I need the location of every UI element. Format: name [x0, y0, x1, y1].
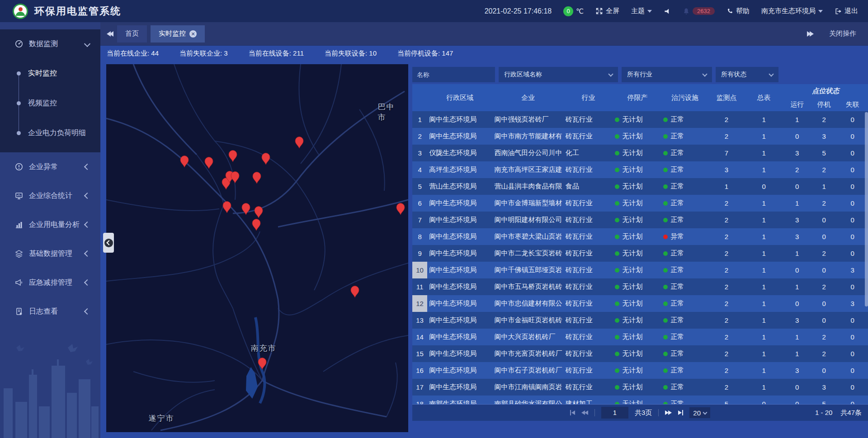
map-pin-icon[interactable] [222, 201, 231, 213]
org-dropdown[interactable]: 南充市生态环境局 [761, 7, 823, 15]
map-pin-icon[interactable] [396, 203, 405, 215]
sidebar-item[interactable]: 日志查看 [0, 297, 100, 326]
fullscreen-button[interactable]: 全屏 [595, 7, 619, 15]
cell-index: 5 [412, 178, 427, 195]
cell-region: 阆中生态环境局 [427, 383, 492, 391]
page-size-select[interactable]: 20 [689, 407, 710, 418]
cell-plan: 无计划 [613, 232, 661, 241]
table-row[interactable]: 11阆中生态环境局阆中市五马桥页岩机砖砖瓦行业无计划正常21120 [412, 278, 868, 295]
map-pin-icon[interactable] [350, 286, 359, 298]
map-pin-icon[interactable] [252, 219, 261, 231]
sidebar: 数据监测实时监控视频监控企业电力负荷明细企业异常企业综合统计企业用电量分析基础数… [0, 22, 100, 438]
cell-plan: 无计划 [613, 316, 661, 325]
table-row[interactable]: 1阆中生态环境局阆中强锐页岩砖厂砖瓦行业无计划正常21120 [412, 111, 868, 128]
tab-首页[interactable]: 首页 [117, 25, 147, 42]
close-icon[interactable]: ✕ [189, 30, 197, 38]
map-pin-icon[interactable] [228, 150, 237, 162]
table-row[interactable]: 9阆中生态环境局阆中市二龙长宝页岩砖砖瓦行业无计划正常21120 [412, 245, 868, 262]
tabs-scroll-left-button[interactable] [107, 31, 113, 37]
close-operations-button[interactable]: 关闭操作 [829, 29, 856, 38]
sidebar-subitem[interactable]: 视频监控 [0, 88, 100, 118]
theme-dropdown[interactable]: 主题 [631, 7, 652, 15]
industry-filter-select[interactable]: 所有行业 [622, 67, 712, 82]
help-button[interactable]: 帮助 [726, 7, 750, 15]
map-pin-icon[interactable] [231, 171, 240, 184]
cell-company: 阆中市五马桥页岩机砖 [492, 283, 563, 291]
table-row[interactable]: 3仪陇生态环境局西南油气田分公司川中化工无计划正常71350 [412, 145, 868, 161]
sidebar-item[interactable]: 企业用电量分析 [0, 210, 100, 239]
col-header[interactable]: 总表 [745, 94, 783, 102]
cell-index: 16 [412, 362, 427, 379]
name-filter-input[interactable] [412, 67, 495, 82]
table-row[interactable]: 10阆中生态环境局阆中千佛镇五郎垭页岩砖瓦行业无计划正常21003 [412, 262, 868, 278]
sidebar-item-label: 企业综合统计 [29, 191, 72, 201]
cell-industry: 砖瓦行业 [564, 216, 613, 224]
sidebar-item[interactable]: 企业异常 [0, 152, 100, 181]
status-dot [663, 335, 668, 339]
table-row[interactable]: 8阆中生态环境局阆中市枣碧大梁山页岩砖瓦行业无计划异常21300 [412, 228, 868, 245]
cell-industry: 砖瓦行业 [564, 115, 613, 124]
cell-region: 阆中生态环境局 [427, 216, 492, 224]
col-subheader[interactable]: 停机 [811, 100, 837, 109]
cell-facility: 正常 [661, 149, 708, 157]
col-header[interactable]: 监测点 [708, 94, 745, 102]
table-row[interactable]: 5营山生态环境局营山县润丰肉食品有限食品无计划正常10010 [412, 178, 868, 195]
cell-industry: 砖瓦行业 [564, 299, 613, 308]
table-row[interactable]: 6阆中生态环境局阆中市金博瑞新型墙材砖瓦行业无计划正常21120 [412, 195, 868, 212]
table-row[interactable]: 14阆中生态环境局阆中大兴页岩机砖厂砖瓦行业无计划正常21120 [412, 329, 868, 345]
table-row[interactable]: 16阆中生态环境局阆中市石子页岩机砖厂砖瓦行业无计划正常21300 [412, 362, 868, 379]
tabs-scroll-right-button[interactable] [807, 31, 814, 37]
col-header[interactable]: 企业 [492, 94, 563, 102]
col-subheader[interactable]: 运行 [783, 100, 811, 109]
map-pin-icon[interactable] [261, 153, 270, 165]
col-header[interactable]: 治污设施 [661, 94, 708, 102]
map-pin-icon[interactable] [258, 358, 267, 370]
col-header[interactable]: 行业 [564, 94, 613, 102]
tab-实时监控[interactable]: 实时监控✕ [151, 25, 205, 42]
cell-company: 阆中市石子页岩机砖厂 [492, 366, 563, 375]
scrollbar-thumb[interactable] [865, 112, 868, 306]
table-row[interactable]: 18南部生态环境局南部县砂华水泥有限公建材加工无计划正常50050 [412, 396, 868, 404]
col-header[interactable]: 停限产 [613, 94, 661, 102]
notifications-button[interactable]: 2632 [683, 7, 715, 15]
region-filter-select[interactable]: 行政区域名称 [499, 67, 618, 82]
col-subheader[interactable]: 失联 [837, 100, 868, 109]
map-pin-icon[interactable] [241, 203, 250, 215]
sidebar-item[interactable]: 基础数据管理 [0, 239, 100, 268]
cell-facility: 正常 [661, 349, 708, 358]
map-pin-icon[interactable] [254, 206, 263, 218]
cell-plan: 无计划 [613, 249, 661, 258]
col-header[interactable]: 行政区域 [427, 94, 492, 102]
map-canvas[interactable]: 巴中市南充市遂宁市 [106, 64, 408, 432]
table-row[interactable]: 2阆中生态环境局阆中市南方节能建材有砖瓦行业无计划正常21030 [412, 128, 868, 145]
cell-stop: 2 [811, 283, 837, 291]
map-roads [106, 64, 408, 432]
status-dot [615, 285, 619, 289]
logout-button[interactable]: 退出 [835, 7, 858, 15]
sidebar-subitem[interactable]: 企业电力负荷明细 [0, 118, 100, 148]
first-page-button[interactable] [570, 410, 575, 415]
table-row[interactable]: 13阆中生态环境局阆中市金福旺页岩机砖砖瓦行业无计划正常21300 [412, 312, 868, 329]
sidebar-item[interactable]: 应急减排管理 [0, 268, 100, 297]
chevron-down-icon [818, 10, 823, 13]
table-row[interactable]: 15阆中生态环境局阆中市光富页岩机砖厂砖瓦行业无计划正常21120 [412, 345, 868, 362]
table-row[interactable]: 17阆中生态环境局阆中市江南镇阆南页岩砖瓦行业无计划正常21030 [412, 379, 868, 396]
stat-item: 当前停机设备: 147 [397, 49, 453, 58]
prev-page-button[interactable] [581, 410, 588, 415]
sidebar-item[interactable]: 数据监测 [0, 29, 100, 58]
sidebar-subitem[interactable]: 实时监控 [0, 58, 100, 88]
table-row[interactable]: 12阆中生态环境局阆中市忠信建材有限公砖瓦行业无计划正常21003 [412, 295, 868, 312]
sidebar-item[interactable]: 企业综合统计 [0, 181, 100, 210]
map-pin-icon[interactable] [295, 137, 304, 149]
sidebar-collapse-button[interactable] [103, 233, 114, 253]
page-number-input[interactable] [601, 407, 628, 419]
status-filter-select[interactable]: 所有状态 [716, 67, 778, 82]
map-pin-icon[interactable] [204, 157, 213, 169]
map-pin-icon[interactable] [252, 172, 261, 184]
table-row[interactable]: 4高坪生态环境局南充市高坪区王家店建砖瓦行业无计划正常31220 [412, 161, 868, 178]
map-pin-icon[interactable] [180, 155, 189, 168]
table-row[interactable]: 7阆中生态环境局阆中明阳建材有限公司砖瓦行业无计划正常21300 [412, 212, 868, 228]
next-page-button[interactable] [665, 410, 672, 415]
speaker-icon[interactable] [664, 8, 671, 15]
last-page-button[interactable] [678, 410, 683, 415]
